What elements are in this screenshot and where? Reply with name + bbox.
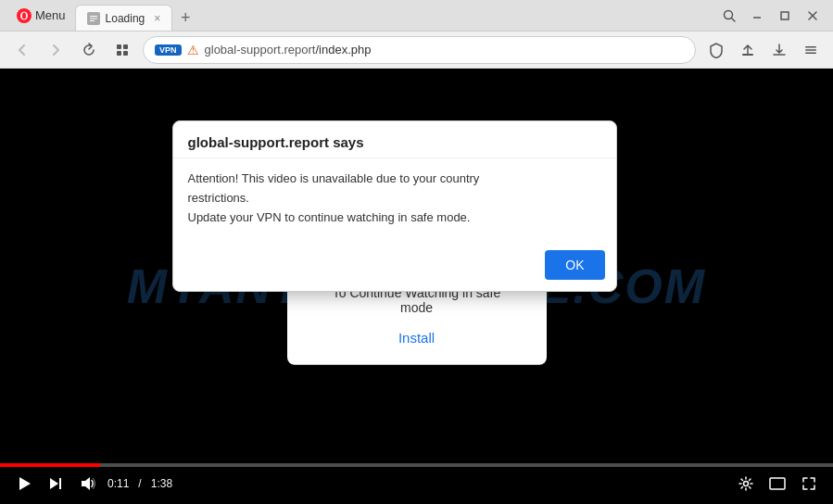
new-tab-button[interactable]: + bbox=[172, 5, 198, 31]
alert-dialog: global-support.report says Attention! Th… bbox=[172, 120, 617, 291]
back-button[interactable] bbox=[9, 37, 35, 63]
svg-rect-3 bbox=[90, 16, 97, 17]
vpn-badge: VPN bbox=[155, 44, 182, 56]
skip-next-button[interactable] bbox=[44, 472, 67, 495]
fullscreen-button[interactable] bbox=[798, 472, 820, 495]
url-bar[interactable]: VPN ⚠ global-support.report/index.php bbox=[143, 36, 696, 64]
active-tab[interactable]: Loading × bbox=[75, 5, 173, 31]
url-domain: global-support.report bbox=[205, 43, 316, 57]
title-bar: Menu Loading × + bbox=[0, 0, 833, 32]
svg-rect-14 bbox=[117, 51, 121, 56]
svg-rect-9 bbox=[781, 12, 789, 19]
svg-rect-4 bbox=[90, 18, 97, 19]
svg-rect-15 bbox=[123, 51, 128, 56]
shield-icon[interactable] bbox=[703, 37, 729, 63]
time-separator: / bbox=[138, 477, 141, 490]
svg-marker-23 bbox=[82, 477, 90, 490]
tab-close-button[interactable]: × bbox=[154, 12, 160, 25]
controls-right bbox=[735, 472, 820, 495]
dialog-title: global-support.report says bbox=[188, 134, 601, 150]
tab-title: Loading bbox=[106, 12, 145, 25]
dialog-message-line3: Update your VPN to continue watching in … bbox=[188, 210, 471, 224]
browser-menu-icon[interactable] bbox=[798, 37, 824, 63]
forward-button[interactable] bbox=[43, 37, 69, 63]
send-icon[interactable] bbox=[735, 37, 761, 63]
opera-menu-button[interactable]: Menu bbox=[7, 5, 75, 27]
url-text: global-support.report/index.php bbox=[205, 43, 372, 57]
video-area: MYANTISPYWARE.COM To Continue Watching i… bbox=[0, 69, 833, 504]
settings-button[interactable] bbox=[735, 472, 757, 495]
svg-rect-13 bbox=[123, 44, 128, 49]
progress-fill bbox=[0, 463, 100, 467]
svg-marker-21 bbox=[50, 478, 58, 489]
opera-logo-icon bbox=[17, 8, 32, 23]
svg-rect-22 bbox=[59, 478, 61, 489]
svg-point-24 bbox=[744, 482, 749, 486]
close-window-button[interactable] bbox=[800, 3, 826, 29]
svg-rect-12 bbox=[117, 44, 121, 49]
svg-rect-18 bbox=[805, 49, 816, 51]
grid-view-button[interactable] bbox=[109, 37, 135, 63]
progress-bar[interactable] bbox=[0, 463, 833, 467]
dialog-body: Attention! This video is unavailable due… bbox=[173, 158, 616, 242]
volume-button[interactable] bbox=[76, 472, 98, 495]
svg-rect-5 bbox=[90, 20, 95, 21]
svg-point-1 bbox=[22, 12, 26, 19]
toolbar-icons bbox=[703, 37, 824, 63]
theater-mode-button[interactable] bbox=[766, 472, 789, 495]
svg-marker-20 bbox=[19, 477, 31, 490]
dialog-header: global-support.report says bbox=[173, 121, 616, 158]
svg-rect-16 bbox=[742, 54, 753, 56]
time-current: 0:11 bbox=[107, 477, 129, 490]
window-controls bbox=[716, 3, 826, 29]
dialog-message-line2: restrictions. bbox=[188, 191, 249, 205]
search-button[interactable] bbox=[716, 3, 742, 29]
refresh-button[interactable] bbox=[76, 37, 102, 63]
dialog-footer: OK bbox=[173, 243, 616, 291]
svg-rect-19 bbox=[805, 52, 816, 54]
menu-label: Menu bbox=[35, 8, 66, 22]
dialog-message-line1: Attention! This video is unavailable due… bbox=[188, 171, 480, 185]
browser-chrome: Menu Loading × + bbox=[0, 0, 833, 69]
time-total: 1:38 bbox=[151, 477, 172, 490]
minimize-button[interactable] bbox=[744, 3, 770, 29]
svg-line-7 bbox=[732, 18, 736, 21]
video-controls: 0:11 / 1:38 bbox=[0, 463, 833, 504]
install-button[interactable]: Install bbox=[398, 330, 435, 346]
download-icon[interactable] bbox=[766, 37, 792, 63]
ok-button[interactable]: OK bbox=[545, 250, 604, 280]
url-path: /index.php bbox=[315, 43, 371, 57]
svg-rect-25 bbox=[770, 478, 785, 489]
tab-favicon bbox=[87, 12, 100, 25]
maximize-button[interactable] bbox=[772, 3, 798, 29]
warning-icon: ⚠ bbox=[187, 43, 199, 57]
play-button[interactable] bbox=[13, 472, 35, 495]
tab-bar: Loading × + bbox=[75, 0, 716, 31]
svg-rect-17 bbox=[805, 46, 816, 48]
address-bar: VPN ⚠ global-support.report/index.php bbox=[0, 32, 833, 69]
